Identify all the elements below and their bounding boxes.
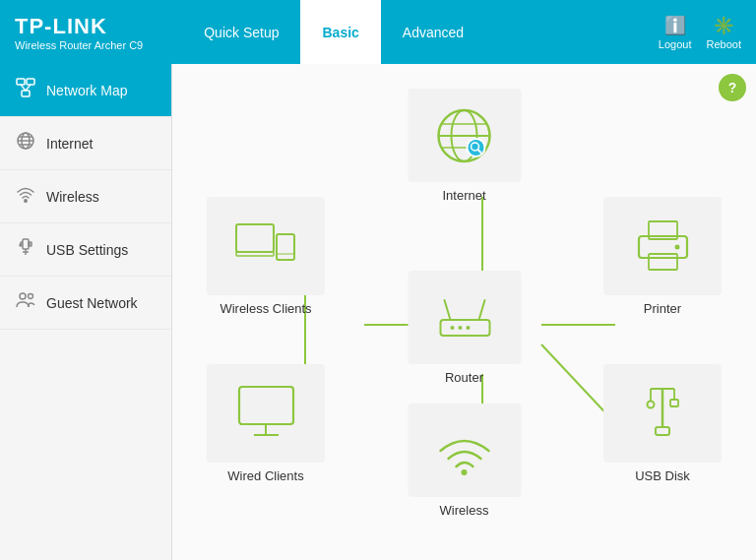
- sidebar-label-usb-settings: USB Settings: [46, 242, 128, 258]
- wireless-icon: [15, 184, 36, 209]
- wireless-node-label: Wireless: [440, 503, 489, 518]
- router-node-label: Router: [445, 370, 483, 385]
- svg-point-19: [20, 293, 26, 299]
- printer-node-label: Printer: [644, 301, 681, 316]
- svg-point-52: [674, 245, 679, 250]
- globe-icon: [435, 106, 494, 165]
- sidebar-label-network-map: Network Map: [46, 83, 127, 98]
- sidebar-item-internet[interactable]: Internet: [0, 117, 171, 170]
- node-wireless[interactable]: Wireless: [408, 404, 521, 518]
- svg-rect-36: [236, 224, 274, 252]
- node-printer[interactable]: Printer: [603, 197, 722, 316]
- svg-rect-37: [236, 252, 274, 256]
- svg-point-43: [450, 326, 454, 330]
- usb-settings-icon: [15, 237, 36, 262]
- svg-line-3: [21, 85, 26, 91]
- internet-node-label: Internet: [442, 188, 485, 203]
- guest-network-icon: [15, 290, 36, 315]
- svg-line-4: [26, 85, 31, 91]
- node-router[interactable]: Router: [408, 271, 521, 385]
- sidebar-label-wireless: Wireless: [46, 189, 99, 205]
- node-usb-disk[interactable]: USB Disk: [603, 364, 722, 483]
- logo-area: TP-LINK Wireless Router Archer C9: [15, 14, 143, 51]
- node-wired-clients[interactable]: Wired Clients: [207, 364, 325, 483]
- svg-point-53: [461, 469, 467, 475]
- svg-rect-46: [239, 387, 293, 424]
- logo-text: TP-LINK: [15, 14, 143, 39]
- usb-disk-icon: [631, 384, 695, 443]
- svg-rect-42: [440, 320, 489, 336]
- sidebar-label-internet: Internet: [46, 136, 93, 152]
- header-actions: ℹ️ Logout ✳️ Reboot: [659, 15, 741, 50]
- wireless-clients-icon: [231, 219, 300, 274]
- svg-rect-2: [22, 91, 30, 96]
- nav-tabs: Quick Setup Basic Advanced: [182, 0, 659, 64]
- printer-icon: [631, 217, 695, 276]
- svg-point-45: [466, 326, 470, 330]
- svg-rect-51: [649, 254, 677, 270]
- wired-clients-label: Wired Clients: [227, 468, 303, 483]
- svg-point-57: [647, 402, 654, 408]
- node-internet[interactable]: Internet: [408, 89, 521, 203]
- svg-line-41: [478, 300, 484, 320]
- sidebar-item-usb-settings[interactable]: USB Settings: [0, 223, 171, 277]
- usb-disk-label: USB Disk: [635, 468, 690, 483]
- wireless-clients-label: Wireless Clients: [220, 301, 311, 316]
- svg-rect-38: [277, 234, 294, 260]
- tab-advanced[interactable]: Advanced: [381, 0, 485, 64]
- sidebar-item-guest-network[interactable]: Guest Network: [0, 277, 171, 330]
- svg-rect-60: [656, 427, 669, 435]
- header: TP-LINK Wireless Router Archer C9 Quick …: [0, 0, 756, 64]
- svg-point-10: [25, 200, 27, 202]
- sidebar-label-guest-network: Guest Network: [46, 295, 138, 311]
- sidebar-item-network-map[interactable]: Network Map: [0, 64, 171, 117]
- svg-point-16: [20, 244, 22, 246]
- internet-icon: [15, 131, 36, 156]
- reboot-label: Reboot: [707, 38, 741, 50]
- wired-clients-icon: [234, 384, 298, 443]
- node-wireless-clients[interactable]: Wireless Clients: [207, 197, 325, 316]
- network-map-icon: [15, 78, 36, 102]
- tab-basic[interactable]: Basic: [300, 0, 380, 64]
- reboot-icon: ✳️: [713, 15, 734, 36]
- router-icon: [432, 290, 496, 344]
- content-area: ?: [172, 64, 756, 560]
- logout-label: Logout: [659, 38, 692, 50]
- wireless-icon: [432, 423, 496, 477]
- reboot-button[interactable]: ✳️ Reboot: [707, 15, 741, 50]
- sidebar: Network Map Internet: [0, 64, 172, 560]
- network-map-canvas: Internet Wireless Clients: [192, 84, 736, 540]
- logo-subtitle: Wireless Router Archer C9: [15, 39, 143, 51]
- svg-line-40: [444, 300, 450, 320]
- main-layout: Network Map Internet: [0, 64, 756, 560]
- svg-rect-59: [670, 400, 678, 406]
- logout-icon: ℹ️: [664, 15, 686, 36]
- svg-rect-11: [23, 239, 29, 249]
- sidebar-item-wireless[interactable]: Wireless: [0, 170, 171, 223]
- logout-button[interactable]: ℹ️ Logout: [659, 15, 692, 50]
- svg-point-20: [29, 294, 33, 299]
- svg-point-44: [458, 326, 462, 330]
- tab-quick-setup[interactable]: Quick Setup: [182, 0, 300, 64]
- svg-rect-1: [27, 79, 34, 85]
- svg-rect-0: [17, 79, 25, 85]
